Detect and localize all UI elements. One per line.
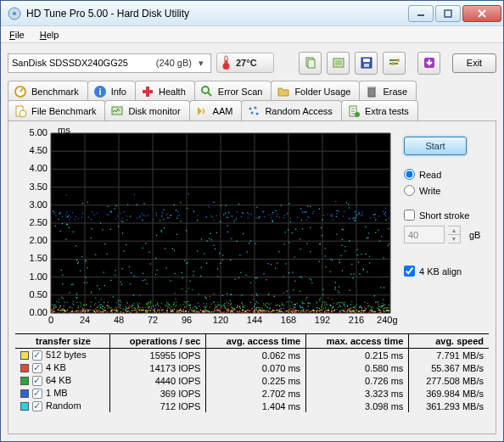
tab-aam[interactable]: AAM	[189, 100, 243, 120]
read-radio-input[interactable]	[404, 169, 415, 180]
svg-rect-984	[68, 215, 69, 215]
short-stroke-check[interactable]: Short stroke	[404, 210, 469, 221]
svg-rect-1108	[144, 203, 145, 204]
svg-rect-1114	[339, 260, 339, 260]
series-checkbox[interactable]	[32, 389, 42, 399]
svg-rect-1383	[311, 279, 311, 280]
series-checkbox[interactable]	[32, 363, 42, 373]
svg-rect-191	[234, 308, 235, 309]
svg-text:24: 24	[80, 315, 90, 325]
svg-rect-1039	[349, 240, 350, 241]
tab-filebench[interactable]: File Benchmark	[8, 100, 105, 120]
svg-rect-1246	[234, 221, 235, 221]
svg-rect-869	[126, 215, 127, 216]
svg-rect-793	[319, 301, 320, 302]
svg-rect-621	[81, 304, 81, 305]
col-header: avg. speed	[409, 334, 489, 349]
svg-rect-926	[244, 213, 244, 214]
menu-help[interactable]: Help	[36, 28, 63, 42]
svg-rect-553	[295, 312, 296, 313]
svg-rect-732	[384, 308, 385, 309]
drive-select[interactable]: SanDisk SDSSDX240GG25 (240 gB) ▾	[8, 53, 211, 73]
tab-diskmon[interactable]: Disk monitor	[104, 100, 189, 120]
svg-rect-908	[92, 211, 92, 212]
series-checkbox[interactable]	[32, 401, 42, 411]
svg-rect-1176	[250, 283, 251, 283]
save-button[interactable]	[355, 52, 378, 75]
svg-rect-586	[115, 312, 115, 313]
tab-random[interactable]: Random Access	[241, 100, 341, 120]
svg-rect-932	[359, 213, 360, 214]
svg-rect-346	[53, 311, 54, 311]
short-stroke-checkbox[interactable]	[404, 210, 415, 221]
start-button[interactable]: Start	[404, 137, 467, 155]
app-window: HD Tune Pro 5.00 - Hard Disk Utility Fil…	[0, 0, 504, 442]
svg-rect-991	[216, 215, 217, 216]
svg-rect-470	[101, 311, 102, 312]
svg-rect-948	[142, 214, 143, 215]
max-access-value: 3.098 ms	[306, 400, 409, 412]
svg-rect-381	[332, 299, 333, 299]
svg-rect-1353	[382, 306, 383, 307]
svg-rect-782	[157, 302, 158, 303]
svg-rect-581	[251, 294, 252, 295]
tab-folderusage[interactable]: Folder Usage	[271, 81, 360, 101]
arrow-down-icon	[423, 56, 436, 70]
svg-rect-1149	[236, 241, 237, 242]
svg-rect-13	[364, 64, 369, 67]
svg-rect-1095	[383, 299, 384, 300]
svg-rect-904	[288, 213, 288, 214]
svg-rect-1006	[205, 307, 206, 308]
svg-rect-834	[338, 290, 339, 291]
tab-errorscan[interactable]: Error Scan	[194, 81, 272, 101]
svg-rect-1075	[59, 213, 60, 214]
tab-erase[interactable]: Erase	[359, 81, 417, 101]
svg-rect-363	[86, 311, 87, 311]
svg-rect-846	[118, 304, 119, 305]
exit-button[interactable]: Exit	[452, 53, 496, 73]
svg-rect-1244	[110, 229, 111, 230]
svg-rect-1308	[289, 297, 290, 298]
options-button[interactable]	[383, 52, 406, 75]
svg-rect-1113	[346, 202, 347, 203]
svg-rect-526	[334, 311, 335, 311]
svg-rect-819	[161, 303, 162, 304]
svg-rect-890	[361, 211, 362, 212]
align-check[interactable]: 4 KB align	[404, 266, 462, 277]
write-radio-input[interactable]	[404, 185, 415, 196]
menu-file[interactable]: File	[6, 28, 28, 42]
write-radio[interactable]: Write	[404, 185, 440, 196]
align-checkbox[interactable]	[404, 266, 415, 277]
svg-rect-692	[341, 302, 342, 303]
svg-rect-693	[289, 301, 290, 302]
benchmark-icon	[14, 85, 27, 98]
svg-rect-1099	[206, 310, 207, 311]
screenshot-button[interactable]	[327, 52, 350, 75]
temperature-value: 27°C	[236, 58, 257, 68]
svg-rect-1328	[143, 273, 143, 274]
read-radio[interactable]: Read	[404, 169, 441, 180]
svg-rect-1110	[363, 270, 364, 271]
series-checkbox[interactable]	[32, 376, 42, 386]
iops-value: 4440 IOPS	[110, 374, 206, 387]
maximize-button[interactable]	[435, 5, 461, 22]
tab-benchmark[interactable]: Benchmark	[8, 81, 88, 101]
copy-info-button[interactable]	[299, 52, 322, 75]
svg-rect-619	[257, 307, 258, 308]
svg-rect-1041	[342, 271, 343, 271]
svg-rect-1298	[131, 306, 132, 307]
svg-rect-1185	[259, 216, 260, 217]
tab-info[interactable]: iInfo	[87, 81, 136, 101]
svg-rect-881	[359, 214, 360, 215]
svg-rect-936	[143, 215, 144, 215]
minimize-button[interactable]	[408, 5, 434, 22]
tab-extra[interactable]: Extra tests	[341, 100, 418, 120]
svg-rect-641	[307, 304, 308, 305]
titlebar[interactable]: HD Tune Pro 5.00 - Hard Disk Utility	[1, 1, 503, 26]
svg-rect-1020	[359, 307, 360, 308]
tab-health[interactable]: Health	[135, 81, 195, 101]
svg-rect-312	[173, 311, 174, 311]
close-button[interactable]	[462, 5, 501, 22]
series-checkbox[interactable]	[32, 350, 42, 361]
load-button[interactable]	[417, 52, 440, 75]
